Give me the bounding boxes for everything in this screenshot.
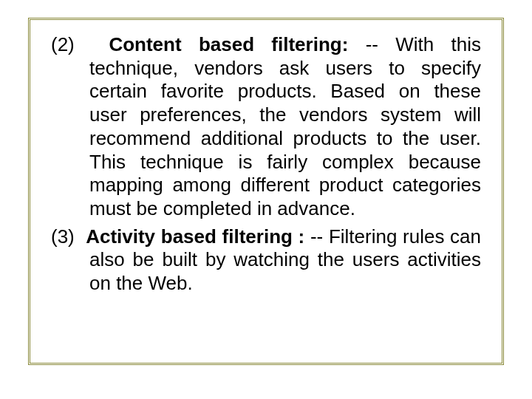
item-title: Content based filtering:	[109, 33, 348, 55]
slide: (2) Content based filtering: -- With thi…	[0, 0, 532, 399]
list-item: (2) Content based filtering: -- With thi…	[51, 33, 481, 221]
item-number: (2)	[51, 33, 75, 55]
item-sep: --	[348, 33, 395, 55]
item-number: (3)	[51, 225, 75, 248]
content-frame: (2) Content based filtering: -- With thi…	[28, 18, 504, 365]
item-title: Activity based filtering :	[86, 225, 304, 248]
item-body: With this technique, vendors ask users t…	[89, 33, 481, 219]
list-item: (3) Activity based filtering : -- Filter…	[51, 225, 481, 296]
item-sep: --	[304, 225, 329, 248]
